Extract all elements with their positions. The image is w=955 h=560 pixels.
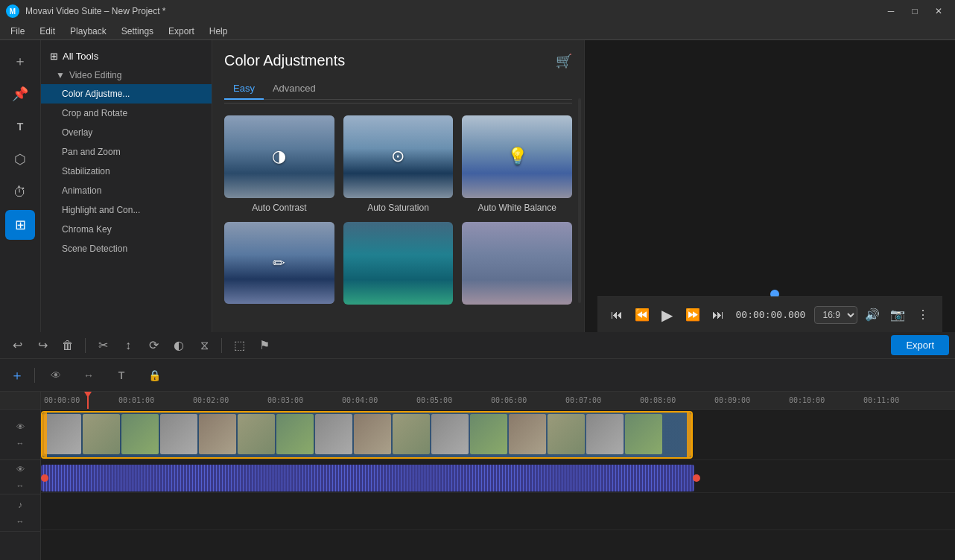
aspect-ratio-select[interactable]: 16:9 4:3 1:1 [814,306,857,324]
menu-file[interactable]: File [3,25,32,38]
tool-pan-zoom[interactable]: Pan and Zoom [41,142,212,162]
clip-thumb-13 [509,414,546,454]
audio-link-button[interactable]: ↔ [10,478,31,493]
menu-playback[interactable]: Playback [63,25,114,38]
add-media-button[interactable]: ＋ [5,46,35,76]
step-forward-button[interactable]: ⏩ [682,305,703,325]
timeline-eye-button[interactable]: 👁 [41,360,71,390]
window-controls: ─ □ ✕ [881,4,949,19]
transition-button[interactable]: ⬡ [5,144,35,174]
apps-button[interactable]: ⊞ [5,210,35,240]
timeline-expand-button[interactable]: ↔ [74,360,104,390]
text-tool-button[interactable]: T [5,112,35,141]
tool-overlay[interactable]: Overlay [41,123,212,142]
tool-stabilization[interactable]: Stabilization [41,162,212,181]
audio-waveform [41,465,694,491]
pen-icon: ✏ [273,254,285,272]
tool-chroma-key[interactable]: Chroma Key [41,220,212,239]
skip-forward-button[interactable]: ⏭ [708,305,729,325]
panel-tabs: Easy Advanced [224,78,572,100]
all-tools-label: All Tools [63,51,98,62]
more-options-button[interactable]: ⋮ [913,305,933,325]
audio-handle-left[interactable] [41,474,48,482]
all-tools-icon: ⊞ [50,51,58,62]
audio-handle-right[interactable] [693,474,700,482]
card-auto-saturation[interactable]: ⊙ Auto Saturation [343,115,454,213]
maximize-button[interactable]: □ [904,4,925,19]
title-bar: M Movavi Video Suite – New Project * ─ □… [0,0,955,22]
redo-button[interactable]: ↪ [31,335,54,356]
clip-thumb-8 [315,414,352,454]
card-5[interactable] [343,222,454,309]
marker-button[interactable]: ⚑ [253,335,276,356]
pin-button[interactable]: 📌 [5,79,35,109]
tools-panel: ⊞ All Tools ▼ Video Editing Color Adjust… [41,40,212,332]
timeline-text-button[interactable]: T [107,360,136,390]
cart-button[interactable]: 🛒 [556,53,572,69]
contrast-icon: ◑ [272,147,286,166]
ruler-1: 00:01:00 [118,396,154,404]
audio-clip[interactable] [41,465,694,491]
menu-edit[interactable]: Edit [32,25,63,38]
tool-crop-rotate[interactable]: Crop and Rotate [41,104,212,123]
timeline-scroll-content[interactable]: 00:00:00 00:01:00 00:02:00 00:03:00 00:0… [41,392,955,560]
menu-settings[interactable]: Settings [114,25,161,38]
split-button[interactable]: ↕ [117,335,139,356]
filter-button[interactable]: ⧖ [193,335,215,356]
video-editing-subsection[interactable]: ▼ Video Editing [41,66,212,84]
video-track-controls: 👁 ↔ [0,410,40,460]
audio-eye-button[interactable]: 👁 [10,462,31,477]
volume-button[interactable]: 🔊 [862,305,883,325]
step-back-button[interactable]: ⏪ [632,305,653,325]
all-tools-header[interactable]: ⊞ All Tools [41,46,212,66]
tool-highlight-con[interactable]: Highlight and Con... [41,200,212,220]
card-auto-contrast[interactable]: ◑ Auto Contrast [224,115,334,213]
card-auto-white-balance-label: Auto White Balance [462,203,572,213]
menu-export[interactable]: Export [161,25,202,38]
ruler-5: 00:05:00 [416,396,452,404]
video-clip[interactable] [41,411,693,459]
skip-back-button[interactable]: ⏮ [606,305,627,325]
screenshot-button[interactable]: 📷 [887,305,908,325]
tool-color-adjustments[interactable]: Color Adjustme... [41,84,212,104]
color-cards-grid: ◑ Auto Contrast ⊙ Auto Saturation 💡 [224,115,572,309]
clip-thumb-7 [276,414,314,454]
overlay-insert-button[interactable]: ⬚ [228,335,250,356]
clip-thumb-15 [586,414,624,454]
card-auto-saturation-image: ⊙ [343,115,454,198]
toolbar-sep-1 [85,338,86,353]
rotate-button[interactable]: ⟳ [142,335,165,356]
tab-divider [224,103,572,104]
undo-button[interactable]: ↩ [6,335,28,356]
close-button[interactable]: ✕ [928,4,949,19]
export-button[interactable]: Export [891,335,949,355]
tool-scene-detection[interactable]: Scene Detection [41,239,212,258]
color-adjust-button[interactable]: ◐ [168,335,190,356]
card-4[interactable]: ✏ [224,222,334,309]
clip-thumb-5 [199,414,236,454]
delete-button[interactable]: 🗑 [57,335,79,356]
expand-arrow-icon: ▼ [56,70,65,80]
track-eye-button[interactable]: 👁 [10,419,31,434]
tool-animation[interactable]: Animation [41,181,212,200]
clock-button[interactable]: ⏱ [5,177,35,207]
clip-left-handle[interactable] [42,413,47,457]
card-6[interactable] [462,222,572,309]
timeline-container: 👁 ↔ 👁 ↔ ♪ ↔ 00:00:00 00: [0,392,955,560]
tab-easy[interactable]: Easy [224,78,264,100]
add-track-button[interactable]: ＋ [6,365,28,386]
menu-help[interactable]: Help [202,25,235,38]
timeline-lock-button[interactable]: 🔒 [139,360,169,390]
card-auto-white-balance[interactable]: 💡 Auto White Balance [462,115,572,213]
clip-right-handle[interactable] [687,413,691,457]
track-link-button[interactable]: ↔ [10,436,31,451]
minimize-button[interactable]: ─ [881,4,901,19]
cut-button[interactable]: ✂ [92,335,114,356]
tab-advanced[interactable]: Advanced [264,78,325,100]
scrollbar-track [578,98,581,302]
music-link-button[interactable]: ↔ [10,514,31,529]
clip-thumb-2 [83,414,120,454]
timeline-sep-1 [34,368,35,383]
play-button[interactable]: ▶ [657,305,678,325]
preview-area: OSMO MOBILE 3 ● ? ⏮ ⏪ ▶ ⏩ ⏭ 00:00:00.000… [585,40,955,332]
